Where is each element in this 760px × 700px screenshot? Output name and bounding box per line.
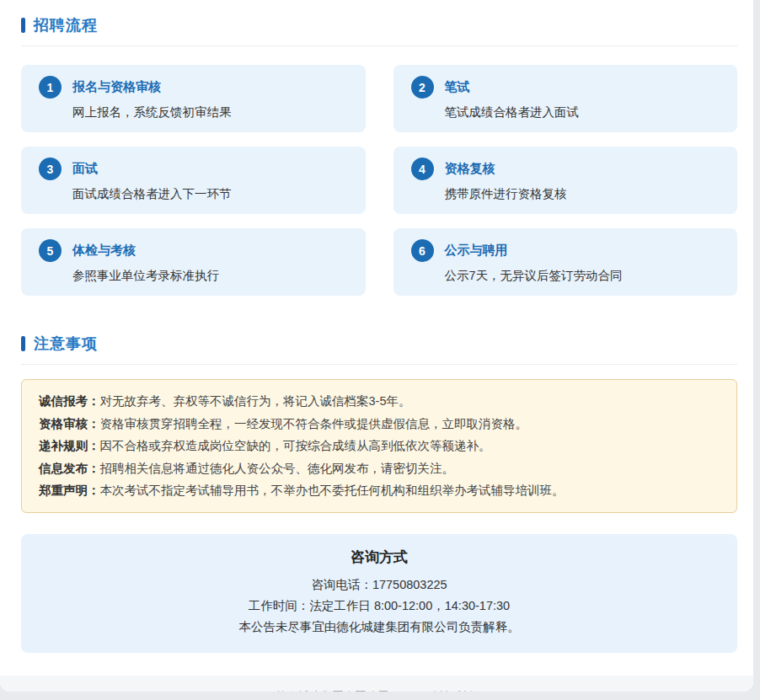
note-label: 诚信报考： xyxy=(39,394,100,408)
step-description: 笔试成绩合格者进入面试 xyxy=(445,104,725,120)
note-item: 递补规则：因不合格或弃权造成岗位空缺的，可按综合成绩从高到低依次等额递补。 xyxy=(39,435,720,457)
step-title: 报名与资格审核 xyxy=(72,79,161,95)
section-header-process: 招聘流程 xyxy=(21,15,737,46)
announcement-page: 招聘流程 1 报名与资格审核 网上报名，系统反馈初审结果 2 笔试 笔试成绩合格… xyxy=(0,0,753,692)
page-content: 招聘流程 1 报名与资格审核 网上报名，系统反馈初审结果 2 笔试 笔试成绩合格… xyxy=(0,0,753,653)
contact-phone: 咨询电话：17750803225 xyxy=(38,574,720,596)
step-description: 面试成绩合格者进入下一环节 xyxy=(72,186,352,202)
step-card-4: 4 资格复核 携带原件进行资格复核 xyxy=(393,147,738,214)
note-text: 资格审核贯穿招聘全程，一经发现不符合条件或提供虚假信息，立即取消资格。 xyxy=(100,417,528,430)
step-number-badge: 5 xyxy=(39,239,62,262)
step-card-5: 5 体检与考核 参照事业单位考录标准执行 xyxy=(21,228,366,296)
note-item: 信息发布：招聘相关信息将通过德化人资公众号、德化网发布，请密切关注。 xyxy=(39,457,720,480)
process-steps-grid: 1 报名与资格审核 网上报名，系统反馈初审结果 2 笔试 笔试成绩合格者进入面试… xyxy=(21,65,737,296)
step-number-badge: 6 xyxy=(411,239,434,262)
step-card-head: 1 报名与资格审核 xyxy=(39,76,352,99)
step-description: 参照事业单位考录标准执行 xyxy=(72,268,352,284)
section-title-notes: 注意事项 xyxy=(34,334,98,354)
note-text: 对无故弃考、弃权等不诚信行为，将记入诚信档案3-5年。 xyxy=(100,394,411,408)
step-card-6: 6 公示与聘用 公示7天，无异议后签订劳动合同 xyxy=(393,228,738,296)
step-card-head: 6 公示与聘用 xyxy=(411,239,725,262)
note-text: 因不合格或弃权造成岗位空缺的，可按综合成绩从高到低依次等额递补。 xyxy=(100,439,491,452)
section-header-notes: 注意事项 xyxy=(21,334,737,365)
contact-note: 本公告未尽事宜由德化城建集团有限公司负责解释。 xyxy=(38,617,720,638)
step-title: 公示与聘用 xyxy=(445,243,508,259)
step-card-head: 2 笔试 xyxy=(411,76,725,99)
note-label: 递补规则： xyxy=(39,439,100,452)
note-text: 招聘相关信息将通过德化人资公众号、德化网发布，请密切关注。 xyxy=(100,462,455,475)
step-description: 携带原件进行资格复核 xyxy=(445,186,725,202)
step-card-1: 1 报名与资格审核 网上报名，系统反馈初审结果 xyxy=(21,65,366,132)
contact-title: 咨询方式 xyxy=(38,548,720,567)
section-accent-bar xyxy=(21,336,25,351)
step-title: 面试 xyxy=(72,161,98,177)
step-description: 公示7天，无异议后签订劳动合同 xyxy=(445,268,725,284)
note-label: 信息发布： xyxy=(39,462,100,475)
step-number-badge: 2 xyxy=(411,76,434,99)
step-card-head: 4 资格复核 xyxy=(411,158,725,180)
note-item: 郑重声明：本次考试不指定考试辅导用书，不举办也不委托任何机构和组织举办考试辅导培… xyxy=(39,479,720,502)
step-card-2: 2 笔试 笔试成绩合格者进入面试 xyxy=(393,65,738,132)
note-text: 本次考试不指定考试辅导用书，不举办也不委托任何机构和组织举办考试辅导培训班。 xyxy=(100,484,565,497)
contact-hours: 工作时间：法定工作日 8:00-12:00，14:30-17:30 xyxy=(38,596,720,617)
note-label: 资格审核： xyxy=(39,417,100,430)
note-item: 诚信报考：对无故弃考、弃权等不诚信行为，将记入诚信档案3-5年。 xyxy=(39,390,720,413)
step-number-badge: 3 xyxy=(39,158,62,180)
step-title: 笔试 xyxy=(445,79,470,95)
step-card-3: 3 面试 面试成绩合格者进入下一环节 xyxy=(21,147,366,214)
page-footer: 德化城建集团有限公司 © 2025 版权所有 本招聘公告最终解释权归德化城建集团… xyxy=(0,676,753,692)
step-card-head: 3 面试 xyxy=(39,158,352,180)
note-label: 郑重声明： xyxy=(39,484,100,497)
contact-box: 咨询方式 咨询电话：17750803225 工作时间：法定工作日 8:00-12… xyxy=(21,534,737,653)
step-title: 资格复核 xyxy=(445,161,495,177)
note-item: 资格审核：资格审核贯穿招聘全程，一经发现不符合条件或提供虚假信息，立即取消资格。 xyxy=(39,413,720,435)
section-title-process: 招聘流程 xyxy=(34,15,98,35)
step-title: 体检与考核 xyxy=(72,243,136,259)
step-card-head: 5 体检与考核 xyxy=(39,239,352,262)
step-number-badge: 4 xyxy=(411,158,434,180)
footer-copyright: 德化城建集团有限公司 © 2025 版权所有 xyxy=(0,687,753,692)
notice-box: 诚信报考：对无故弃考、弃权等不诚信行为，将记入诚信档案3-5年。 资格审核：资格… xyxy=(21,379,737,513)
step-description: 网上报名，系统反馈初审结果 xyxy=(72,104,352,120)
step-number-badge: 1 xyxy=(39,76,62,99)
section-accent-bar xyxy=(21,18,25,33)
